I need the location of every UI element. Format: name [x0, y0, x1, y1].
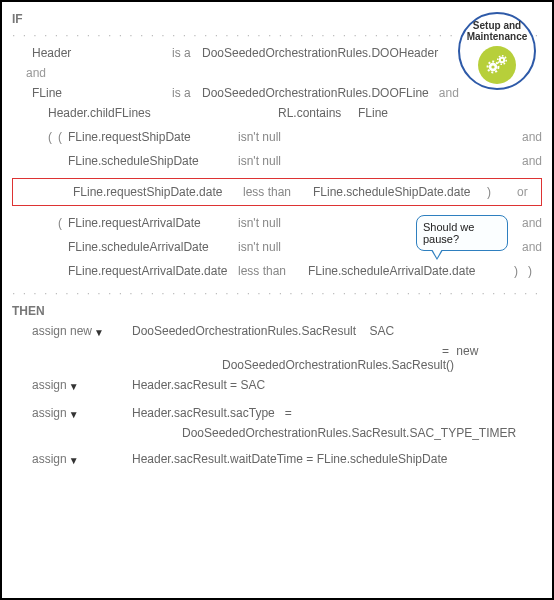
condition-row: FLine.requestShipDate.date less than FLi…: [17, 185, 537, 199]
badge-label-line1: Setup and: [460, 20, 534, 31]
svg-point-5: [501, 59, 503, 61]
cond-keyword: is a: [172, 86, 202, 100]
and-connector: and: [522, 130, 542, 144]
dropdown-icon[interactable]: ▼: [69, 409, 79, 420]
cond-lhs: FLine.requestArrivalDate.date: [68, 264, 238, 278]
cond-rhs: FLine.scheduleArrivalDate.date: [308, 264, 514, 278]
comment-callout: Should we pause?: [416, 215, 508, 251]
assign-keyword: assign: [32, 452, 67, 466]
assign-type: DooSeededOrchestrationRules.SacResult: [132, 324, 356, 338]
paren-close: ): [514, 264, 528, 278]
cond-rhs: FLine.scheduleShipDate.date: [313, 185, 487, 199]
condition-row: FLine is a DooSeededOrchestrationRules.D…: [12, 86, 542, 100]
cond-op: RL.contains: [278, 106, 358, 120]
assign-keyword: assign: [32, 406, 67, 420]
cond-lhs: FLine: [32, 86, 172, 100]
cond-keyword: is a: [172, 46, 202, 60]
and-connector: and: [522, 240, 542, 254]
assign-expr: Header.sacResult.waitDateTime = FLine.sc…: [132, 452, 542, 466]
setup-maintenance-badge: Setup and Maintenance: [458, 12, 536, 90]
assign-var: SAC: [369, 324, 394, 338]
paren-close: ): [528, 264, 542, 278]
condition-row: FLine.scheduleShipDate isn't null and: [12, 154, 542, 168]
svg-point-2: [491, 65, 494, 68]
callout-text: Should we pause?: [423, 221, 474, 245]
badge-label-line2: Maintenance: [460, 31, 534, 42]
assign-rhs: = new DooSeededOrchestrationRules.SacRes…: [222, 344, 542, 372]
paren-open: (: [48, 130, 58, 144]
condition-row: FLine.requestArrivalDate.date less than …: [12, 264, 542, 278]
cond-lhs: Header: [32, 46, 172, 60]
cond-lhs: FLine.scheduleArrivalDate: [68, 240, 238, 254]
cond-op: less than: [243, 185, 313, 199]
dropdown-icon[interactable]: ▼: [69, 381, 79, 392]
dropdown-icon[interactable]: ▼: [94, 327, 104, 338]
assign-row: assign▼ Header.sacResult = SAC: [12, 378, 542, 392]
cond-op: isn't null: [238, 130, 308, 144]
assign-keyword: assign: [32, 378, 67, 392]
paren-close: ): [487, 185, 517, 199]
assign-keyword: assign new: [32, 324, 92, 338]
condition-row: Header.childFLines RL.contains FLine: [12, 106, 542, 120]
rule-editor-panel: Setup and Maintenance Should we pause? I…: [0, 0, 554, 600]
cond-lhs: FLine.requestShipDate: [68, 130, 238, 144]
dotted-divider: · · · · · · · · · · · · · · · · · · · · …: [12, 288, 542, 298]
then-label: THEN: [12, 304, 542, 318]
cond-op: isn't null: [238, 240, 308, 254]
assign-row: assign▼ Header.sacResult.sacType =: [12, 406, 542, 420]
highlighted-condition: FLine.requestShipDate.date less than FLi…: [12, 178, 542, 206]
assign-row: assign new▼ DooSeededOrchestrationRules.…: [12, 324, 542, 338]
cond-rhs: FLine: [358, 106, 388, 120]
paren-open: (: [58, 216, 68, 230]
cond-op: isn't null: [238, 216, 308, 230]
and-connector: and: [522, 154, 542, 168]
cond-lhs: FLine.scheduleShipDate: [68, 154, 238, 168]
condition-row: ( ( FLine.requestShipDate isn't null and: [12, 130, 542, 144]
cond-lhs: FLine.requestArrivalDate: [68, 216, 238, 230]
dropdown-icon[interactable]: ▼: [69, 455, 79, 466]
gears-icon: [478, 46, 516, 84]
or-connector: or: [517, 185, 537, 199]
cond-op: less than: [238, 264, 308, 278]
assign-lhs: Header.sacResult.sacType: [132, 406, 275, 420]
then-block: assign new▼ DooSeededOrchestrationRules.…: [12, 324, 542, 466]
cond-lhs: Header.childFLines: [48, 106, 278, 120]
assign-row: assign▼ Header.sacResult.waitDateTime = …: [12, 452, 542, 466]
paren-open: (: [58, 130, 68, 144]
assign-expr: Header.sacResult = SAC: [132, 378, 542, 392]
and-connector: and: [522, 216, 542, 230]
cond-lhs: FLine.requestShipDate.date: [73, 185, 243, 199]
cond-op: isn't null: [238, 154, 308, 168]
assign-rhs: DooSeededOrchestrationRules.SacResult.SA…: [182, 426, 542, 440]
